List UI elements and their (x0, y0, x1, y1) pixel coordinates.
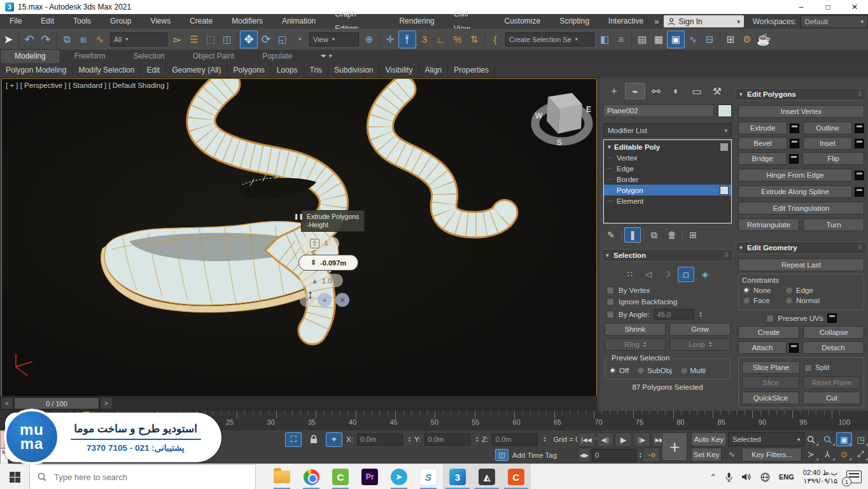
material-editor-icon[interactable]: ⊞ (722, 31, 739, 48)
speaker-icon[interactable] (741, 472, 752, 481)
tray-chevron-icon[interactable]: ⌃ (710, 472, 717, 482)
taskbar-shareit[interactable]: S (414, 464, 443, 489)
zoom-all-icon[interactable] (820, 432, 836, 446)
panel-tris[interactable]: Tris (304, 63, 329, 78)
spinner-icon[interactable]: ▴▾ (710, 341, 711, 348)
render-setup-icon[interactable]: ⚙ (739, 31, 755, 48)
snap-3d-icon[interactable]: 3 (416, 31, 433, 48)
menu-item-tools[interactable]: Tools (64, 14, 101, 29)
percent-snap-icon[interactable]: % (449, 31, 466, 48)
scene-explorer-icon[interactable]: ▤ (634, 31, 650, 48)
current-frame-field[interactable]: 0 (592, 449, 636, 462)
selection-filter-dropdown[interactable]: All ▾ (110, 32, 167, 46)
select-and-move-button[interactable]: ✥ (240, 31, 258, 48)
taskbar-camtasia-recorder[interactable]: C (501, 464, 531, 489)
angle-snap-icon[interactable]: ∟ (433, 31, 449, 48)
by-vertex-checkbox[interactable] (606, 286, 614, 294)
panel-properties[interactable]: Properties (448, 63, 495, 78)
extrude-local-icon[interactable]: ⇩ (323, 239, 329, 248)
schematic-view-icon[interactable]: ⊟ (701, 31, 718, 48)
close-button[interactable]: ✕ (841, 0, 868, 14)
redo-button[interactable]: ↷ (38, 31, 54, 48)
set-keys-button[interactable]: ＋ (662, 432, 687, 461)
panel-subdivision[interactable]: Subdivision (328, 63, 379, 78)
subobject-toggle[interactable] (720, 186, 729, 195)
flip-button[interactable]: Flip (802, 152, 864, 165)
ribbon-tab-selection[interactable]: Selection (119, 50, 178, 63)
inset-button[interactable]: Inset (803, 137, 852, 150)
select-by-name-icon[interactable]: ☰ (186, 31, 202, 48)
reset-plane-button[interactable]: Reset Plane (803, 376, 860, 389)
hinge-settings-icon[interactable] (855, 171, 864, 180)
border-icon[interactable]: ☽ (659, 267, 675, 281)
select-object-icon[interactable]: ▻ (169, 31, 186, 48)
stack-item-border[interactable]: ┈┈ Border (604, 174, 731, 185)
tab-utilities[interactable]: ⚒ (708, 83, 727, 99)
ring-button[interactable]: Ring ▴▾ (605, 338, 666, 351)
microphone-icon[interactable] (725, 472, 732, 482)
turn-button[interactable]: Turn (803, 218, 864, 231)
expand-arrow-icon[interactable]: ▼ (606, 144, 614, 150)
spinner-snap-icon[interactable]: ⇅ (466, 31, 482, 48)
ribbon-tab-modeling[interactable]: Modeling (0, 49, 60, 63)
preview-multi-radio[interactable] (680, 366, 688, 374)
zoom-extents-icon[interactable]: ▣ (836, 432, 852, 446)
panel-edit[interactable]: Edit (141, 63, 166, 78)
extrude-group-icon[interactable]: ⇧ (310, 239, 319, 248)
panel-geometry-all[interactable]: Geometry (All) (166, 63, 227, 78)
cut-button[interactable]: Cut (803, 392, 860, 404)
menu-overflow-chevron-icon[interactable]: » (654, 17, 659, 26)
taskbar-telegram[interactable]: ➤ (384, 464, 414, 489)
extrude-settings-icon[interactable] (790, 124, 799, 133)
viewcube[interactable]: W S E (535, 93, 591, 147)
attach-settings-icon[interactable] (789, 343, 799, 353)
next-frame-button[interactable]: ||▶ (633, 432, 650, 447)
edit-geometry-header[interactable]: ▾ Edit Geometry ⠿ (736, 241, 867, 254)
spinner-icon[interactable]: ▴▾ (644, 341, 646, 348)
outline-settings-icon[interactable] (855, 124, 864, 133)
taskbar-3ds-max[interactable]: 3 (443, 464, 472, 489)
language-indicator[interactable]: ENG (779, 473, 794, 481)
taskbar-chrome[interactable] (297, 464, 326, 489)
zoom-icon[interactable] (803, 432, 819, 446)
object-color-swatch[interactable] (718, 104, 732, 117)
absolute-mode-transform-icon[interactable]: ⌖ (326, 432, 342, 447)
tab-hierarchy[interactable]: ⚯ (647, 83, 666, 99)
menu-item-interactive[interactable]: Interactive (599, 14, 653, 29)
network-globe-icon[interactable] (760, 472, 770, 482)
render-teapot-icon[interactable]: ☕ (755, 31, 772, 48)
tray-clock[interactable]: 02:40 ب.ظ ۱۳۹۹/۰۹/۱۵ (803, 469, 837, 485)
walk-through-icon[interactable]: ⅄ (820, 447, 836, 461)
slice-plane-button[interactable]: Slice Plane (742, 361, 800, 374)
angle-value-field[interactable]: 45.0 (654, 309, 694, 320)
default-tangents-icon[interactable]: ∿ (724, 448, 739, 460)
remove-modifier-icon[interactable]: 🗑 (664, 228, 680, 242)
edit-named-selections-icon[interactable]: { (487, 31, 503, 48)
pin-stack-icon[interactable]: ✎ (603, 228, 619, 242)
split-checkbox[interactable] (804, 364, 812, 372)
constraint-edge-radio[interactable] (785, 286, 793, 294)
spinner-icon[interactable]: ▴▾ (409, 436, 410, 443)
go-to-start-button[interactable]: |◀◀ (578, 432, 595, 447)
key-mode-toggle[interactable]: ◀▶ (578, 448, 591, 462)
edit-polygons-header[interactable]: ▾ Edit Polygons ⠿ (736, 88, 867, 101)
reference-coordinate-dropdown[interactable]: View ▾ (309, 32, 359, 46)
menu-item-group[interactable]: Group (101, 14, 141, 29)
unlink-selection-icon[interactable]: ⧈ (75, 31, 92, 48)
sign-in-button[interactable]: Sign In ▾ (664, 15, 743, 27)
constraint-none-radio[interactable] (742, 286, 750, 294)
inset-settings-icon[interactable] (855, 139, 864, 148)
zoom-extents-all-icon[interactable]: ◳ (853, 432, 868, 446)
selection-set-dropdown[interactable]: Selected ▾ (728, 432, 804, 446)
tab-display[interactable]: ▭ (687, 83, 706, 99)
ribbon-tab-object-paint[interactable]: Object Paint (179, 50, 248, 63)
spinner-icon[interactable]: ▴▾ (640, 452, 641, 458)
stack-item-edge[interactable]: ┈┈ Edge (604, 163, 731, 174)
bevel-button[interactable]: Bevel (738, 137, 787, 150)
extrude-spline-settings-icon[interactable] (855, 187, 864, 197)
object-name-field[interactable]: Plane002 (603, 104, 714, 117)
field-of-view-icon[interactable]: ≻ (803, 447, 819, 461)
set-key-button[interactable]: Set Key (691, 448, 722, 462)
isolate-selection-toggle[interactable]: ⛶ (285, 432, 302, 447)
spinner-icon[interactable]: ▴▾ (476, 436, 478, 443)
